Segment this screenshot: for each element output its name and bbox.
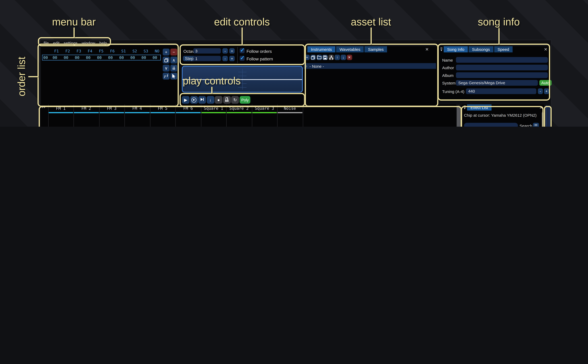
annotation-rect-pattern-view <box>39 106 462 127</box>
annotation-rect-asset-list <box>305 44 438 107</box>
annotation-label-asset-list: asset list <box>351 16 391 28</box>
annotation-label-song-info: song info <box>478 16 520 28</box>
annotation-rect-effect-list <box>461 106 544 127</box>
annotation-rect-volume-meter <box>544 106 552 127</box>
screenshot-root: fileeditsettingswindowhelp F1F2F3F4F5F6S… <box>0 0 588 127</box>
annotation-line <box>73 27 75 38</box>
annotation-label-menu-bar: menu bar <box>52 16 96 28</box>
annotation-rect-edit-controls <box>179 45 305 65</box>
annotation-line <box>498 27 500 44</box>
annotation-rect-order-list <box>38 44 179 107</box>
annotation-line <box>211 87 212 93</box>
annotation-label-play-controls: play controls <box>183 75 241 87</box>
annotation-line <box>370 27 372 44</box>
annotation-label-edit-controls: edit controls <box>214 16 270 28</box>
annotation-line <box>28 76 38 77</box>
annotation-rect-song-info <box>437 44 550 101</box>
annotation-label-order-list: order list <box>16 57 28 96</box>
annotation-rect-play-controls <box>179 93 305 107</box>
annotation-line <box>242 27 243 45</box>
